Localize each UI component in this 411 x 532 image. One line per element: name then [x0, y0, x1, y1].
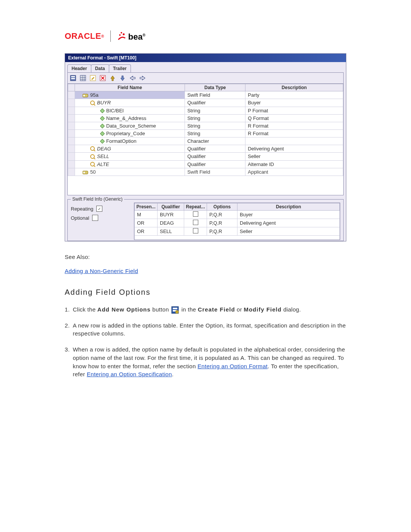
- svg-line-18: [94, 104, 95, 105]
- see-also-label: See Also:: [65, 253, 346, 261]
- repeating-checkbox[interactable]: [96, 206, 102, 212]
- table-row[interactable]: BIC/BEIStringP Format: [68, 107, 343, 114]
- table-row[interactable]: ORSELLP,Q,RSeller: [135, 227, 340, 236]
- swift-editor-window: External Format - Swift [MT100] Header D…: [65, 53, 346, 241]
- svg-rect-33: [173, 308, 177, 309]
- step-2: 2. A new row is added in the options tab…: [65, 321, 346, 338]
- col-presence[interactable]: Presen...: [135, 203, 158, 211]
- svg-point-0: [121, 32, 122, 34]
- col-qualifier[interactable]: Qualifier: [158, 203, 184, 211]
- svg-point-1: [123, 34, 124, 35]
- table-row[interactable]: BUYRQualifierBuyer: [68, 99, 343, 107]
- link-option-format[interactable]: Entering an Option Format: [198, 363, 268, 369]
- heading-adding-field-options: Adding Field Options: [65, 287, 346, 298]
- optional-label: Optional: [71, 215, 89, 221]
- svg-line-27: [94, 158, 95, 159]
- svg-rect-21: [100, 124, 104, 128]
- table-row[interactable]: Data_Source_SchemeStringR Format: [68, 122, 343, 129]
- svg-point-2: [119, 34, 121, 36]
- svg-rect-16: [83, 95, 85, 96]
- svg-line-29: [94, 165, 95, 167]
- window-title: External Format - Swift [MT100]: [65, 54, 346, 62]
- table-row[interactable]: Name_&_AddressStringQ Format: [68, 114, 343, 122]
- svg-rect-4: [71, 76, 75, 77]
- svg-rect-6: [80, 75, 86, 81]
- move-down-icon[interactable]: [119, 74, 126, 82]
- bea-logo: bea®: [117, 30, 145, 42]
- document-body: See Also: Adding a Non-Generic Field Add…: [65, 253, 346, 379]
- link-non-generic[interactable]: Adding a Non-Generic Field: [65, 268, 138, 274]
- tab-header[interactable]: Header: [67, 64, 91, 72]
- repeating-label: Repeating: [71, 206, 93, 212]
- add-new-options-icon: [171, 306, 179, 314]
- optional-checkbox[interactable]: [92, 215, 98, 221]
- step-3: 3. When a row is added, the option name …: [65, 345, 346, 379]
- col-description[interactable]: Description: [245, 84, 343, 91]
- repeat-checkbox[interactable]: [193, 220, 198, 225]
- edit-icon[interactable]: [89, 74, 97, 82]
- qualifier-grid[interactable]: Presen... Qualifier Repeat... Options De…: [134, 203, 340, 240]
- svg-line-25: [94, 150, 95, 151]
- col-repeat[interactable]: Repeat...: [184, 203, 207, 211]
- step-1: 1. Click the Add New Options button in t…: [65, 305, 346, 314]
- tab-data[interactable]: Data: [91, 64, 109, 72]
- col-field-name[interactable]: Field Name: [75, 84, 185, 91]
- repeat-checkbox[interactable]: [193, 228, 198, 233]
- link-option-spec[interactable]: Entering an Option Specification: [87, 371, 172, 377]
- tab-trailer[interactable]: Trailer: [109, 64, 131, 72]
- repeat-checkbox[interactable]: [193, 211, 198, 217]
- new-field-icon[interactable]: [69, 74, 77, 82]
- field-grid[interactable]: Field Name Data Type Description 95aSwif…: [67, 83, 344, 195]
- col-options[interactable]: Options: [207, 203, 237, 211]
- table-row[interactable]: ORDEAGP,Q,RDelivering Agent: [135, 219, 340, 227]
- svg-rect-22: [100, 131, 104, 136]
- table-row[interactable]: MBUYRP,Q,RBuyer: [135, 211, 340, 219]
- oracle-logo: ORACLE®: [65, 31, 104, 41]
- svg-rect-23: [100, 139, 104, 143]
- table-row[interactable]: ALTEQualifierAlternate ID: [68, 160, 343, 168]
- table-row[interactable]: DEAGQualifierDelivering Agent: [68, 145, 343, 153]
- table-row[interactable]: SELLQualifierSeller: [68, 153, 343, 161]
- svg-rect-31: [83, 172, 85, 173]
- svg-rect-5: [71, 78, 75, 79]
- col-desc2[interactable]: Description: [237, 203, 340, 211]
- tab-bar: Header Data Trailer: [67, 64, 344, 72]
- move-up-icon[interactable]: [109, 74, 116, 82]
- swift-field-info: Swift Field Info (Generic) Repeating Opt…: [67, 199, 344, 241]
- brand-divider: [110, 30, 111, 42]
- toolbar: [67, 72, 344, 83]
- svg-rect-20: [100, 116, 104, 120]
- table-row[interactable]: 50Swift FieldApplicant: [68, 168, 343, 176]
- col-data-type[interactable]: Data Type: [185, 84, 245, 91]
- fieldset-legend: Swift Field Info (Generic): [71, 197, 124, 202]
- svg-rect-19: [100, 109, 104, 113]
- move-left-icon[interactable]: [129, 74, 136, 82]
- table-row[interactable]: Proprietary_CodeStringR Format: [68, 129, 343, 137]
- table-row[interactable]: 95aSwift FieldParty: [68, 91, 343, 99]
- brand-block: ORACLE® bea®: [65, 30, 346, 42]
- grid-icon[interactable]: [79, 74, 87, 82]
- delete-icon[interactable]: [99, 74, 107, 82]
- move-right-icon[interactable]: [139, 74, 146, 82]
- table-row[interactable]: FormatOptionCharacter: [68, 137, 343, 145]
